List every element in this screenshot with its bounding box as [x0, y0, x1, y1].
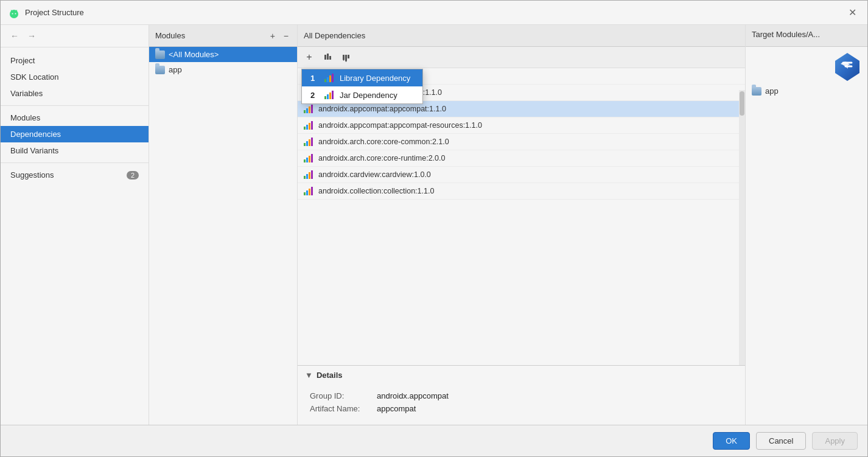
dep-bar-icon-appcompat: [304, 105, 313, 113]
artifact-name-label: Artifact Name:: [310, 404, 377, 413]
svg-rect-11: [348, 55, 349, 58]
move-up-icon: [323, 52, 332, 62]
sidebar-item-sdk-location[interactable]: SDK Location: [1, 69, 149, 85]
jetbrains-logo: [832, 52, 863, 82]
module-item-app[interactable]: app: [149, 62, 297, 77]
suggestions-badge: 2: [127, 171, 139, 180]
svg-rect-35: [306, 125, 308, 130]
details-content: Group ID: androidx.appcompat Artifact Na…: [298, 385, 745, 425]
library-dep-icon: [324, 73, 334, 83]
svg-rect-20: [329, 92, 331, 99]
details-section: ▼ Details Group ID: androidx.appcompat A…: [298, 365, 745, 425]
details-header[interactable]: ▼ Details: [298, 366, 745, 385]
sidebar-nav: ← →: [1, 25, 149, 47]
svg-rect-50: [304, 192, 306, 195]
svg-rect-6: [324, 55, 326, 60]
svg-rect-14: [324, 79, 326, 82]
move-down-button[interactable]: [338, 49, 354, 65]
sidebar-item-build-variants[interactable]: Build Variants: [1, 142, 149, 159]
deps-list[interactable]: …dependency:1.0.0 androidx.annotation:an…: [298, 68, 745, 365]
sidebar-divider-2: [1, 162, 149, 163]
add-module-button[interactable]: +: [268, 30, 278, 41]
svg-rect-40: [309, 139, 310, 146]
sidebar-item-dependencies[interactable]: Dependencies: [1, 126, 149, 142]
group-id-value: androidx.appcompat: [377, 391, 449, 400]
dep-bar-icon-arch-common: [304, 138, 313, 146]
svg-rect-17: [332, 74, 334, 82]
jb-logo-area: [746, 47, 867, 83]
group-id-label: Group ID:: [310, 391, 377, 400]
sidebar-divider-1: [1, 105, 149, 106]
svg-rect-36: [309, 123, 310, 130]
dep-bar-icon-cardview: [304, 170, 313, 179]
ok-button[interactable]: OK: [713, 432, 750, 450]
svg-rect-39: [306, 141, 308, 146]
artifact-name-value: appcompat: [377, 404, 416, 413]
back-button[interactable]: ←: [8, 30, 21, 42]
dep-item-arch-common[interactable]: androidx.arch.core:core-common:2.1.0: [298, 134, 745, 150]
svg-rect-30: [304, 110, 306, 113]
scrollbar-thumb[interactable]: [740, 91, 744, 116]
dep-bar-icon-appcompat-res: [304, 121, 313, 130]
svg-rect-16: [329, 75, 331, 82]
svg-rect-38: [304, 143, 306, 146]
svg-rect-10: [345, 55, 347, 61]
module-item-all[interactable]: <All Modules>: [149, 47, 297, 62]
deps-panel-header: All Dependencies: [298, 25, 745, 47]
android-icon: [8, 7, 20, 19]
add-dependency-dropdown: 1 Library Dependency 2: [301, 69, 423, 104]
move-up-button[interactable]: [320, 49, 335, 65]
svg-rect-52: [309, 189, 310, 195]
apply-button[interactable]: Apply: [812, 432, 858, 450]
modules-list: <All Modules> app: [149, 47, 297, 425]
dep-item-cardview[interactable]: androidx.cardview:cardview:1.0.0: [298, 167, 745, 183]
folder-icon-app: [155, 66, 165, 74]
dep-item-collection[interactable]: androidx.collection:collection:1.1.0: [298, 183, 745, 200]
svg-rect-18: [324, 96, 326, 99]
artifact-name-row: Artifact Name: appcompat: [310, 402, 733, 415]
project-structure-dialog: Project Structure ✕ ← → Project SDK Loca…: [0, 0, 868, 457]
move-down-icon: [341, 52, 351, 62]
library-dependency-option[interactable]: 1 Library Dependency: [302, 69, 422, 86]
remove-module-button[interactable]: −: [281, 30, 291, 41]
svg-rect-9: [343, 55, 345, 60]
right-panel: Target Modules/A...: [746, 25, 867, 425]
add-dep-button[interactable]: +: [301, 49, 317, 65]
svg-point-2: [12, 13, 13, 14]
svg-rect-43: [306, 158, 308, 162]
sidebar-item-variables[interactable]: Variables: [1, 85, 149, 102]
svg-rect-32: [309, 106, 310, 113]
sidebar-item-project[interactable]: Project: [1, 52, 149, 69]
svg-marker-13: [345, 61, 347, 62]
sidebar: ← → Project SDK Location Variables Modul…: [1, 25, 149, 425]
sidebar-item-suggestions[interactable]: Suggestions 2: [1, 167, 149, 183]
svg-rect-34: [304, 127, 306, 130]
sidebar-item-modules[interactable]: Modules: [1, 110, 149, 126]
svg-rect-44: [309, 156, 310, 162]
option-number-1: 1: [310, 74, 318, 83]
main-content: ← → Project SDK Location Variables Modul…: [1, 25, 867, 425]
right-panel-header: Target Modules/A...: [746, 25, 867, 47]
forward-button[interactable]: →: [25, 30, 38, 42]
svg-rect-41: [311, 138, 313, 146]
dialog-title: Project Structure: [25, 8, 845, 17]
svg-rect-15: [327, 77, 329, 82]
close-button[interactable]: ✕: [845, 5, 860, 19]
dep-item-arch-runtime[interactable]: androidx.arch.core:core-runtime:2.0.0: [298, 150, 745, 167]
jar-dep-icon: [324, 90, 334, 100]
bottom-bar: OK Cancel Apply: [1, 425, 867, 456]
svg-rect-46: [304, 176, 306, 179]
sidebar-items: Project SDK Location Variables Modules D…: [1, 47, 149, 188]
title-bar: Project Structure ✕: [1, 1, 867, 25]
dep-item-appcompat-resources[interactable]: androidx.appcompat:appcompat-resources:1…: [298, 117, 745, 134]
right-panel-app-item[interactable]: app: [746, 83, 867, 99]
scrollbar-track: [739, 90, 745, 365]
svg-rect-45: [311, 154, 313, 162]
svg-rect-31: [306, 108, 308, 113]
folder-icon-right-app: [752, 87, 761, 96]
modules-panel-header: Modules + −: [149, 25, 297, 47]
modules-panel: Modules + − <All Modules> app: [149, 25, 298, 425]
cancel-button[interactable]: Cancel: [756, 432, 806, 450]
jar-dependency-option[interactable]: 2 Jar Dependency: [302, 86, 422, 103]
svg-rect-48: [309, 172, 310, 179]
